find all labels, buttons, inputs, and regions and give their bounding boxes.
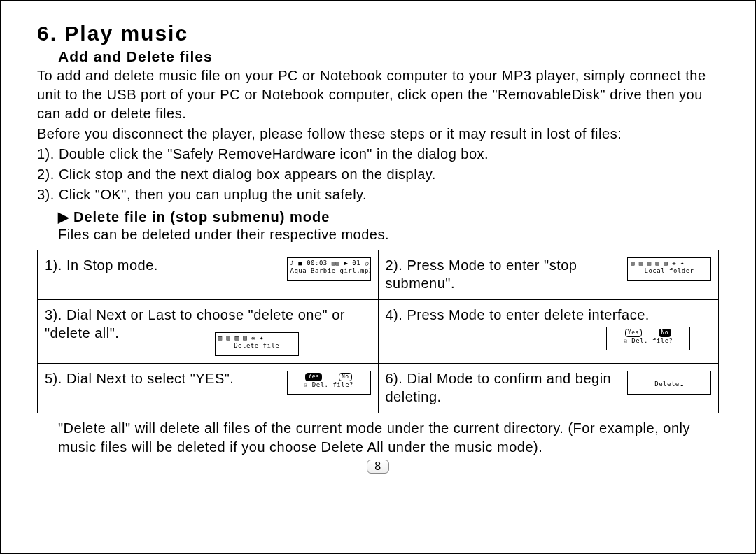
delete-mode-heading: ▶Delete file in (stop submenu) mode (58, 208, 719, 225)
delete-intro: Files can be deleted under their respect… (58, 225, 719, 244)
table-row: 1). In Stop mode. ♪ ■ 00:03 ▥▥ ▶ 01 ◎ Aq… (38, 250, 719, 300)
step-4-cell: 4). Press Mode to enter delete interface… (378, 300, 719, 364)
step-3-cell: 3). Dial Next or Last to choose "delete … (38, 300, 379, 364)
lcd-screen-step3: ▥ ▤ ▥ ▤ ❋ ✦ Delete file (215, 332, 299, 356)
subsection-heading: Add and Delete files (58, 48, 719, 65)
steps-table: 1). In Stop mode. ♪ ■ 00:03 ▥▥ ▶ 01 ◎ Aq… (37, 250, 719, 413)
page-number: 8 (37, 460, 719, 474)
step-5-cell: 5). Dial Next to select "YES". Yes No ☒ … (38, 364, 379, 413)
lcd-row2: Delete file (218, 342, 295, 350)
lcd-row1: ♪ ■ 00:03 ▥▥ ▶ 01 ◎ (290, 260, 368, 267)
lcd-row1: ▥ ▤ ▥ ▤ ❋ ✦ (218, 334, 295, 342)
lcd-row2: Aqua Barbie girl.mp3 (290, 267, 368, 275)
yes-pill: Yes (305, 373, 322, 381)
lcd-screen-step4: Yes No ☒ Del. file? (606, 327, 690, 350)
step-2-text: 2). Press Mode to enter "stop submenu". (386, 256, 620, 292)
lcd-row2: ☒ Del. file? (610, 337, 687, 345)
table-row: 3). Dial Next or Last to choose "delete … (38, 300, 719, 364)
lcd-screen-step2: ▥ ▥ ▥ ▤ ▤ ❋ ✦ Local folder (627, 257, 711, 281)
section-heading: 6. Play music (37, 22, 719, 45)
yes-pill: Yes (625, 329, 642, 337)
lcd-row2: Delete… (631, 381, 708, 388)
page-number-badge: 8 (367, 460, 388, 474)
no-pill: No (339, 373, 352, 381)
lcd-row1: ▥ ▥ ▥ ▤ ▤ ❋ ✦ (631, 260, 708, 267)
preliminary-step-1: 1). Double click the "Safely RemoveHardw… (37, 145, 719, 164)
step-2-cell: 2). Press Mode to enter "stop submenu". … (378, 250, 719, 300)
outro-paragraph: "Delete all" will delete all files of th… (58, 419, 719, 457)
step-5-text: 5). Dial Next to select "YES". (45, 369, 279, 388)
manual-page: 6. Play music Add and Delete files To ad… (0, 0, 756, 554)
intro-paragraph-1: To add and delete music file on your PC … (37, 66, 719, 123)
no-pill: No (659, 329, 672, 337)
intro-paragraph-2: Before you disconnect the player, please… (37, 125, 719, 143)
lcd-screen-step6: Delete… (627, 371, 711, 395)
lcd-row2: Local folder (631, 267, 708, 275)
step-1-text: 1). In Stop mode. (45, 256, 279, 274)
lcd-screen-step1: ♪ ■ 00:03 ▥▥ ▶ 01 ◎ Aqua Barbie girl.mp3 (287, 257, 371, 281)
preliminary-step-2: 2). Click stop and the next dialog box a… (37, 165, 719, 184)
lcd-screen-step5: Yes No ☒ Del. file? (287, 371, 371, 395)
preliminary-step-3: 3). Click "OK", then you can unplug the … (37, 185, 719, 204)
triangle-icon: ▶ (58, 208, 69, 225)
delete-heading-text: Delete file in (stop submenu) mode (74, 209, 330, 225)
step-1-cell: 1). In Stop mode. ♪ ■ 00:03 ▥▥ ▶ 01 ◎ Aq… (38, 250, 379, 300)
step-6-cell: 6). Dial Mode to confirm and begin delet… (378, 364, 719, 413)
step-4-text: 4). Press Mode to enter delete interface… (386, 306, 712, 324)
step-6-text: 6). Dial Mode to confirm and begin delet… (386, 369, 620, 406)
lcd-row2: ☒ Del. file? (290, 381, 368, 389)
table-row: 5). Dial Next to select "YES". Yes No ☒ … (38, 364, 719, 413)
